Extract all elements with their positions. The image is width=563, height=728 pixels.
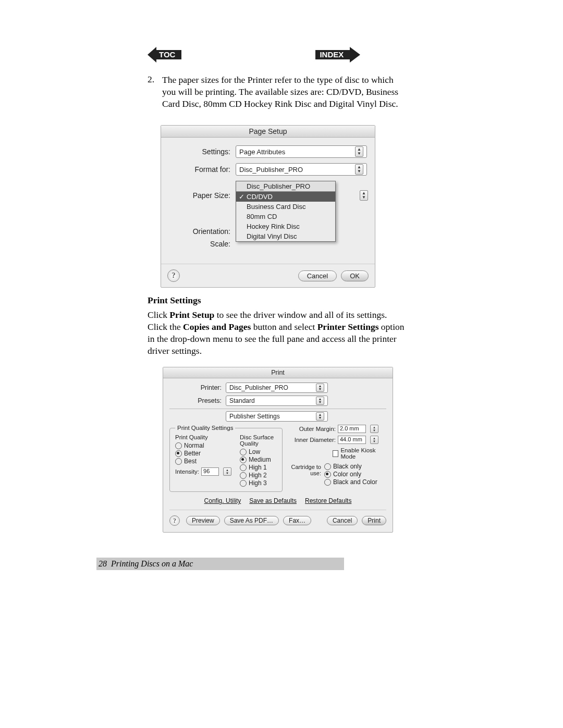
cartridge-option[interactable]: Black only: [324, 463, 377, 470]
quality-option[interactable]: Best: [175, 458, 231, 465]
stepper-icon[interactable]: ▲▼: [223, 467, 231, 476]
format-for-value: Disc_Publisher_PRO: [239, 166, 303, 174]
settings-select[interactable]: Page Attributes ▲▼: [236, 145, 367, 158]
paper-size-option[interactable]: Business Card Disc: [236, 202, 335, 212]
stepper-icon: ▲▼: [355, 164, 363, 175]
cancel-button[interactable]: Cancel: [327, 516, 358, 525]
step-2-text: The paper sizes for the Printer refer to…: [162, 74, 408, 109]
save-defaults-button[interactable]: Save as Defaults: [249, 497, 297, 504]
radio-icon: [240, 449, 247, 455]
radio-icon: [240, 456, 247, 463]
stepper-icon[interactable]: ▲▼: [370, 425, 378, 433]
intensity-label: Intensity:: [175, 468, 199, 475]
stepper-icon: ▲▼: [316, 412, 324, 421]
stepper-icon[interactable]: ▲▼: [370, 436, 378, 444]
step-2: 2. The paper sizes for the Printer refer…: [148, 74, 408, 109]
quality-option[interactable]: Normal: [175, 442, 231, 449]
radio-icon: [175, 442, 182, 449]
cartridge-option[interactable]: Black and Color: [324, 478, 377, 486]
paper-size-select[interactable]: Disc_Publisher_PRO CD/DVD Business Card …: [236, 181, 367, 242]
surface-option[interactable]: Low: [240, 448, 277, 455]
settings-value: Page Attributes: [239, 148, 285, 156]
inner-diameter-label: Inner Diameter:: [290, 437, 336, 443]
page-setup-title: Page Setup: [161, 126, 375, 138]
paper-size-option[interactable]: Digital Vinyl Disc: [236, 231, 335, 241]
help-button[interactable]: ?: [169, 515, 180, 526]
format-for-label: Format for:: [169, 165, 236, 174]
stepper-icon: ▲▼: [316, 397, 324, 405]
presets-label: Presets:: [169, 397, 226, 404]
step-2-number: 2.: [148, 74, 162, 109]
index-label: INDEX: [320, 50, 344, 59]
paper-size-option[interactable]: Hockey Rink Disc: [236, 221, 335, 231]
paper-size-label: Paper Size:: [169, 181, 236, 200]
radio-icon: [240, 480, 247, 487]
preview-button[interactable]: Preview: [186, 516, 220, 525]
stepper-icon: ▲▼: [355, 146, 363, 157]
cartridge-option[interactable]: Color only: [324, 471, 377, 478]
radio-icon: [240, 464, 247, 471]
print-button[interactable]: Print: [362, 516, 386, 525]
restore-defaults-button[interactable]: Restore Defaults: [305, 497, 351, 504]
radio-icon: [324, 479, 331, 486]
format-for-select[interactable]: Disc_Publisher_PRO ▲▼: [236, 163, 367, 176]
save-as-pdf-button[interactable]: Save As PDF…: [224, 516, 279, 525]
surface-quality-head: Disc Surface Quality: [240, 434, 277, 447]
radio-icon: [175, 458, 182, 465]
stepper-icon: ▲▼: [360, 190, 368, 201]
page-setup-dialog: Page Setup Settings: Page Attributes ▲▼ …: [161, 125, 375, 288]
toc-label: TOC: [159, 50, 175, 59]
radio-icon: [324, 463, 331, 470]
surface-option[interactable]: Medium: [240, 456, 277, 463]
settings-label: Settings:: [169, 147, 236, 156]
nav-arrows: TOC INDEX: [148, 47, 408, 64]
cancel-button[interactable]: Cancel: [298, 270, 337, 281]
presets-select[interactable]: Standard ▲▼: [226, 396, 328, 406]
quality-legend: Print Quality Settings: [175, 425, 235, 431]
page-chapter-title: Printing Discs on a Mac: [111, 559, 193, 568]
paper-size-option[interactable]: CD/DVD: [236, 192, 335, 202]
printer-select[interactable]: Disc_Publisher_PRO ▲▼: [226, 382, 328, 393]
radio-icon: [175, 450, 182, 457]
toc-button[interactable]: TOC: [148, 47, 181, 63]
print-dialog: Print Printer: Disc_Publisher_PRO ▲▼ Pre…: [163, 367, 393, 533]
stepper-icon: ▲▼: [316, 384, 324, 392]
print-quality-fieldset: Print Quality Settings Print Quality Nor…: [169, 425, 283, 492]
quality-option[interactable]: Better: [175, 450, 231, 457]
outer-margin-field[interactable]: 2.0 mm: [338, 425, 366, 433]
kiosk-label: Enable Kiosk Mode: [340, 447, 386, 460]
radio-icon: [324, 471, 331, 478]
help-button[interactable]: ?: [167, 269, 180, 282]
page-number: 28: [99, 559, 107, 568]
intensity-field[interactable]: 96: [201, 467, 219, 476]
paper-size-menu-header: Disc_Publisher_PRO: [236, 181, 335, 192]
kiosk-checkbox[interactable]: [333, 450, 339, 457]
config-utility-button[interactable]: Config. Utility: [204, 497, 241, 504]
surface-option[interactable]: High 3: [240, 479, 277, 487]
print-settings-paragraph: Click Print Setup to see the driver wind…: [148, 309, 408, 356]
paper-size-option[interactable]: 80mm CD: [236, 212, 335, 221]
print-settings-heading: Print Settings: [148, 295, 408, 306]
scale-label: Scale:: [169, 240, 236, 248]
page-footer: 28 Printing Discs on a Mac: [96, 558, 344, 570]
pane-select[interactable]: Publisher Settings ▲▼: [226, 411, 328, 422]
fax-button[interactable]: Fax…: [283, 516, 311, 525]
outer-margin-label: Outer Margin:: [290, 426, 336, 432]
printer-label: Printer:: [169, 384, 226, 391]
ok-button[interactable]: OK: [341, 270, 369, 281]
index-button[interactable]: INDEX: [315, 47, 360, 63]
surface-option[interactable]: High 2: [240, 472, 277, 479]
radio-icon: [240, 472, 247, 479]
orientation-label: Orientation:: [169, 227, 236, 236]
surface-option[interactable]: High 1: [240, 464, 277, 471]
cartridge-label: Cartridge to use:: [290, 463, 321, 486]
print-dialog-title: Print: [163, 367, 393, 378]
print-quality-head: Print Quality: [175, 434, 231, 440]
inner-diameter-field[interactable]: 44.0 mm: [338, 436, 366, 444]
